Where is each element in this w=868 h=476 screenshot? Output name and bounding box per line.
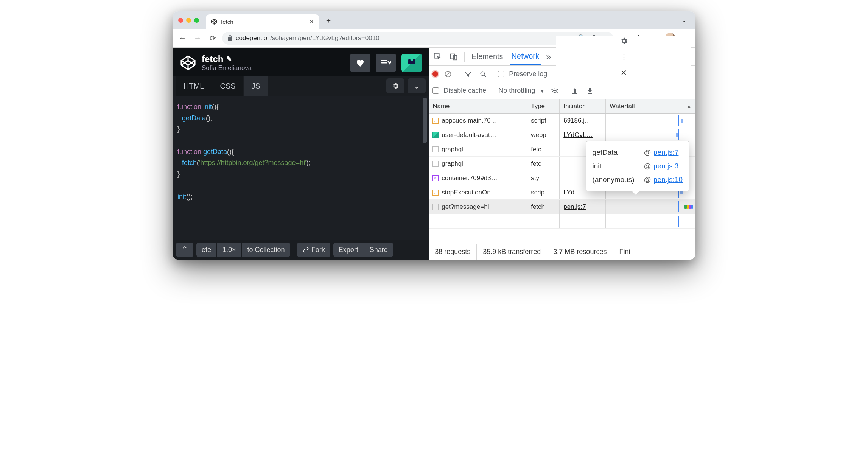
tab-title: fetch (221, 19, 233, 25)
request-type: fetc (527, 142, 560, 156)
window-controls (178, 18, 199, 23)
file-type-icon (432, 161, 439, 167)
download-har-icon[interactable] (585, 86, 595, 96)
request-name: graphql (442, 160, 463, 168)
editor-settings-icon[interactable] (386, 78, 404, 93)
editor-scrollbar[interactable] (423, 98, 427, 143)
request-initiator[interactable]: 69186.j… (563, 117, 591, 124)
minimize-window-icon[interactable] (186, 18, 191, 23)
network-table: Name Type Initiator Waterfall▲ appcues.m… (429, 99, 695, 244)
devtools-pane: Elements Network » ⋮ ✕ (429, 48, 695, 260)
status-resources: 3.7 MB resources (547, 244, 613, 260)
request-type: scrip (527, 185, 560, 199)
table-row[interactable]: user-default-avat…webpLYdGvL… (429, 128, 695, 142)
search-icon[interactable] (478, 69, 488, 79)
record-icon[interactable] (432, 71, 438, 77)
svg-rect-13 (588, 93, 592, 94)
request-initiator[interactable]: LYd… (563, 189, 581, 196)
devtools-close-icon[interactable]: ✕ (619, 67, 629, 78)
filter-icon[interactable] (463, 69, 473, 79)
preserve-log-checkbox[interactable] (498, 71, 504, 77)
col-initiator[interactable]: Initiator (560, 99, 606, 113)
request-waterfall (606, 128, 695, 142)
chevron-down-icon[interactable]: ▼ (540, 88, 545, 94)
love-button[interactable] (350, 54, 370, 72)
stack-frame-name: getData (593, 146, 642, 159)
tab-html[interactable]: HTML (176, 76, 212, 96)
throttling-wifi-icon[interactable] (549, 86, 560, 96)
devtools-tabs: Elements Network » ⋮ ✕ (429, 48, 695, 66)
request-name: appcues.main.70… (442, 117, 497, 124)
devtools-settings-icon[interactable] (619, 36, 629, 46)
inspect-icon[interactable] (432, 51, 443, 62)
url-path: /sofiayem/pen/LYdGvLg?editors=0010 (270, 34, 379, 42)
console-toggle-icon[interactable]: ⌃ (176, 243, 193, 257)
svg-line-10 (484, 75, 486, 77)
request-initiator[interactable]: LYdGvL… (563, 131, 593, 139)
close-tab-icon[interactable]: ✕ (309, 18, 314, 25)
tab-elements[interactable]: Elements (470, 48, 504, 65)
add-to-collection-button[interactable]: to Collection (242, 243, 290, 257)
svg-point-9 (481, 72, 485, 75)
col-name[interactable]: Name (429, 99, 527, 113)
new-tab-button[interactable]: ＋ (323, 15, 334, 25)
codepen-logo-icon[interactable] (180, 54, 196, 71)
back-button[interactable]: ← (177, 33, 188, 44)
request-name: get?message=hi (442, 203, 489, 211)
request-initiator[interactable]: pen.js:7 (563, 203, 586, 211)
stack-frame-link[interactable]: pen.js:7 (653, 146, 679, 159)
zoom-level[interactable]: 1.0× (217, 243, 241, 257)
disable-cache-checkbox[interactable] (432, 87, 439, 94)
clear-icon[interactable] (443, 69, 453, 79)
tab-network[interactable]: Network (510, 48, 541, 65)
browser-tab[interactable]: fetch ✕ (206, 14, 319, 29)
request-type: webp (527, 128, 560, 142)
lock-icon (227, 35, 233, 41)
table-row[interactable]: appcues.main.70…script69186.j… (429, 114, 695, 128)
device-toggle-icon[interactable] (448, 51, 459, 62)
close-window-icon[interactable] (178, 18, 183, 23)
table-row[interactable]: get?message=hifetchpen.js:7 (429, 200, 695, 214)
reload-button[interactable]: ⟳ (207, 33, 218, 44)
codepen-icon (211, 19, 217, 25)
status-requests: 38 requests (429, 244, 477, 260)
request-name: graphql (442, 146, 463, 153)
stack-frame-link[interactable]: pen.js:3 (653, 159, 679, 173)
request-waterfall (606, 200, 695, 214)
file-type-icon (432, 190, 439, 196)
request-type: fetch (527, 200, 560, 214)
svg-point-11 (557, 92, 558, 93)
user-avatar[interactable] (401, 54, 422, 72)
table-header: Name Type Initiator Waterfall▲ (429, 99, 695, 114)
request-type: styl (527, 171, 560, 185)
throttling-select[interactable]: No throttling (498, 87, 535, 95)
disable-cache-label: Disable cache (443, 87, 486, 95)
col-waterfall[interactable]: Waterfall▲ (606, 99, 695, 113)
export-button[interactable]: Export (333, 243, 364, 257)
layout-button[interactable] (376, 54, 396, 72)
share-button[interactable]: Share (364, 243, 393, 257)
edit-title-icon[interactable]: ✎ (226, 55, 232, 63)
tab-css[interactable]: CSS (212, 76, 243, 96)
fork-button[interactable]: Fork (297, 243, 330, 257)
pen-title: fetch (202, 54, 223, 64)
col-type[interactable]: Type (527, 99, 560, 113)
code-editor[interactable]: function init(){ getData(); } function g… (173, 96, 429, 240)
tabstrip: fetch ✕ ＋ ⌄ (173, 11, 695, 29)
sort-icon: ▲ (686, 103, 691, 109)
tabs-more-icon[interactable]: » (546, 51, 551, 62)
at-symbol: @ (644, 159, 651, 173)
stack-frame-link[interactable]: pen.js:10 (653, 173, 683, 187)
status-tail: Fini (613, 244, 636, 260)
upload-har-icon[interactable] (569, 86, 580, 96)
tab-js[interactable]: JS (244, 76, 268, 96)
url-host: codepen.io (236, 34, 267, 42)
fullscreen-window-icon[interactable] (194, 18, 199, 23)
editor-collapse-icon[interactable]: ⌄ (408, 78, 426, 93)
footer-partial[interactable]: ete (196, 243, 216, 257)
devtools-menu-icon[interactable]: ⋮ (619, 51, 629, 62)
editor-tabs: HTML CSS JS ⌄ (173, 76, 429, 96)
address-field[interactable]: codepen.io/sofiayem/pen/LYdGvLg?editors=… (222, 32, 613, 45)
tabs-overflow-icon[interactable]: ⌄ (678, 16, 690, 24)
at-symbol: @ (644, 146, 651, 159)
